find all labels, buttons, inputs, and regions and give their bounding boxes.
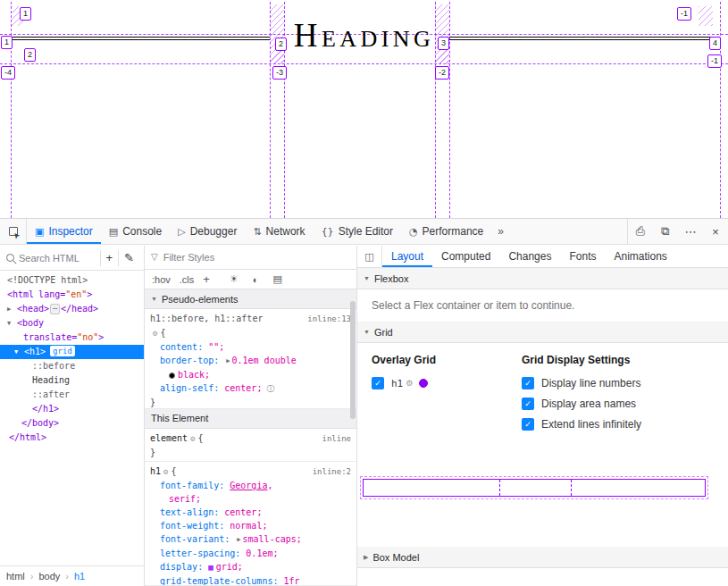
twisty-icon[interactable]: ▼ [7,316,17,331]
expander-icon[interactable]: ▶ [226,357,230,364]
rule-selector[interactable]: element [150,431,188,445]
screenshot-button[interactable]: ⎙ [628,219,653,244]
declaration-font-family-value[interactable]: serif; [150,492,351,506]
rule-source-link[interactable]: inline:2 [307,465,351,479]
tab-console[interactable]: ▤ Console [101,219,170,244]
breadcrumb-item-h1[interactable]: h1 [74,571,85,582]
rule-pseudo-elements: h1::before, h1::afterinline:13 ⚙{ conten… [145,309,356,408]
eyedropper-button[interactable]: ✎ [118,250,139,266]
console-icon: ▤ [109,226,118,238]
option-extend-lines-infinitely[interactable]: ✓ Extend lines infinitely [522,418,641,431]
tab-computed[interactable]: Computed [432,246,499,267]
node-pseudo-after[interactable]: ::after [0,388,144,402]
rule-source-link[interactable]: inline:13 [302,313,351,326]
tab-performance[interactable]: ◔ Performance [401,219,491,244]
collapsed-ellipsis-badge[interactable]: ⋯ [50,304,60,314]
rule-selector[interactable]: h1 [150,465,161,478]
rule-element-inline: element⚙{inline } [145,429,356,462]
tab-inspector[interactable]: ▣ Inspector [27,219,101,244]
declaration-text-align[interactable]: text-align: center; [150,506,351,519]
class-toggle[interactable]: .cls [180,274,195,285]
node-h1-selected[interactable]: ▼<h1>grid [0,345,144,359]
checkbox[interactable]: ✓ [522,377,534,389]
rule-selector[interactable]: h1::before, h1::after [150,312,263,325]
node-body-attr[interactable]: translate="no"> [0,331,144,345]
section-flexbox[interactable]: ▼ Flexbox [357,268,728,289]
twisty-icon[interactable]: ▶ [7,302,17,316]
checkbox[interactable]: ✓ [522,418,534,431]
declaration-align-self[interactable]: align-self: center;ⓘ [150,381,351,396]
close-devtools-button[interactable]: × [703,219,728,244]
filter-styles-input[interactable] [163,252,350,263]
section-pseudo-elements[interactable]: ▼ Pseudo-elements [145,289,356,309]
font-family-link[interactable]: Georgia [230,481,267,490]
print-media-icon[interactable]: ▤ [272,273,281,285]
grid-badge[interactable]: grid [50,346,75,356]
declaration-font-family[interactable]: font-family: Georgia, [150,479,351,492]
option-display-line-numbers[interactable]: ✓ Display line numbers [522,377,641,389]
breadcrumb-item-html[interactable]: html [6,571,25,582]
checkbox[interactable]: ✓ [522,398,534,410]
tab-style-editor[interactable]: {} Style Editor [314,219,401,244]
section-box-model[interactable]: ▶ Box Model [357,547,728,568]
twisty-icon[interactable]: ▼ [14,345,24,359]
node-html-close[interactable]: </html> [0,431,144,445]
info-ic0n[interactable]: ⓘ [266,384,274,393]
node-head[interactable]: ▶<head>⋯</head> [0,302,144,316]
grid-item-label[interactable]: h1 [391,378,403,389]
declaration-grid-template-columns[interactable]: grid-template-columns: 1fr [150,574,351,586]
add-rule-button[interactable]: + [203,272,210,286]
gear-icon[interactable]: ⚙ [163,465,168,479]
rule-source-link[interactable]: inline [316,432,351,446]
declaration-display[interactable]: display: ▦grid; [150,560,351,574]
declaration-font-variant[interactable]: font-variant: ▶small-caps; [150,532,351,547]
devtools-menu-button[interactable]: ⋯ [678,219,703,244]
grid-highlighter-toggle-icon[interactable]: ▦ [208,563,213,572]
search-html-input[interactable] [19,253,100,264]
more-tabs-button[interactable]: » [491,219,510,244]
node-text-heading[interactable]: Heading [0,373,144,388]
overlay-grid-item: ✓ h1 ⚙ [372,377,522,389]
gear-icon[interactable]: ⚙ [190,432,195,446]
toolbar-right-buttons: ⎙ ⧉ ⋯ × [627,219,728,244]
node-html-open[interactable]: <htmllang="en"> [0,288,144,302]
node-pseudo-before[interactable]: ::before [0,359,144,373]
tab-animations[interactable]: Animations [605,246,675,267]
section-grid[interactable]: ▼ Grid [357,322,728,343]
node-h1-close[interactable]: </h1> [0,402,144,416]
tab-network[interactable]: ⇅ Network [245,219,313,244]
sidebar-toggle-button[interactable]: ◫ [357,246,382,267]
light-scheme-icon[interactable]: ☀ [230,273,238,285]
node-body-close[interactable]: </body> [0,416,144,431]
pseudo-class-toggle[interactable]: :hov [152,274,171,285]
expander-icon[interactable]: ▶ [237,536,240,543]
gear-icon[interactable]: ⚙ [406,379,413,388]
tab-changes[interactable]: Changes [499,246,560,267]
node-body-open[interactable]: ▼<body [0,316,144,331]
gear-icon[interactable]: ⚙ [153,327,157,340]
color-swatch-black[interactable] [169,373,175,379]
breadcrumb-item-body[interactable]: body [38,571,60,582]
dark-scheme-icon[interactable]: ◐ [253,274,259,285]
grid-overlay-checkbox[interactable]: ✓ [372,377,384,389]
tab-debugger[interactable]: ▷ Debugger [170,219,245,244]
pick-element-button[interactable]: ➤ [0,219,27,244]
declaration-border-top-value[interactable]: black; [150,368,351,381]
declaration-content[interactable]: content: ""; [150,340,351,354]
node-doctype[interactable]: <!DOCTYPE html> [0,273,144,288]
grid-outline-preview[interactable] [363,479,706,497]
responsive-design-mode-button[interactable]: ⧉ [653,219,678,244]
option-display-area-names[interactable]: ✓ Display area names [522,398,641,410]
tab-fonts[interactable]: Fonts [560,246,605,267]
overlay-grid-column: Overlay Grid ✓ h1 ⚙ [372,354,522,536]
declaration-font-weight[interactable]: font-weight: normal; [150,519,351,532]
close-icon: × [712,225,719,239]
section-this-element[interactable]: This Element [145,409,356,429]
responsive-mode-icon: ⧉ [661,224,669,239]
declaration-letter-spacing[interactable]: letter-spacing: 0.1em; [150,547,351,560]
add-node-button[interactable]: + [100,250,119,266]
rules-scrollbar[interactable] [350,301,356,419]
tab-layout[interactable]: Layout [382,246,432,267]
declaration-border-top[interactable]: border-top: ▶0.1em double [150,354,351,368]
grid-color-swatch[interactable] [419,379,428,388]
